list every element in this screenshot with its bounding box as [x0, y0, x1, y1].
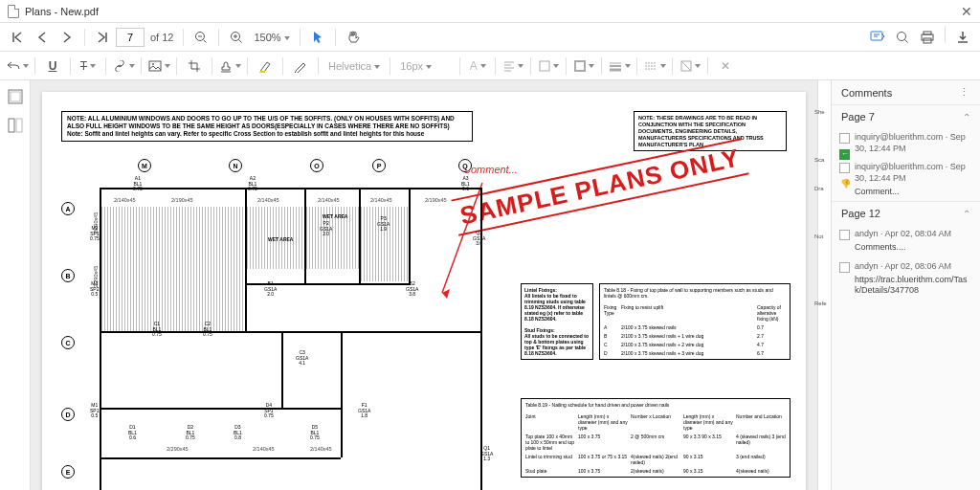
svg-point-3	[898, 32, 906, 40]
svg-rect-9	[540, 61, 549, 71]
plan-tag: A3BL10.6	[461, 176, 470, 192]
plan-tag: A1BL10.75	[133, 176, 143, 192]
svg-point-8	[152, 63, 154, 65]
svg-rect-7	[149, 61, 161, 71]
plan-tag: D5BL10.75	[310, 425, 320, 441]
comment-item[interactable]: 👎inquiry@bluerithm.com · Sep 30, 12:44 P…	[832, 158, 980, 201]
zoom-out-button[interactable]	[189, 26, 212, 49]
grid-label: B	[61, 269, 75, 282]
left-gutter	[0, 80, 31, 490]
zoom-level-select[interactable]: 150%	[254, 32, 289, 43]
comment-mode-button[interactable]	[866, 26, 889, 49]
plan-tag: D1BL10.6	[128, 425, 137, 441]
download-button[interactable]	[951, 26, 974, 49]
thumbnails-icon[interactable]	[7, 117, 24, 134]
fill-color-tool[interactable]	[537, 55, 560, 78]
comment-item[interactable]: inquiry@bluerithm.com · Sep 30, 12:44 PM	[832, 128, 980, 158]
grid-label: A	[61, 202, 75, 215]
highlight-tool[interactable]	[254, 55, 277, 78]
strikethrough-tool[interactable]: T	[77, 55, 100, 78]
titlebar: Plans - New.pdf ✕	[0, 0, 980, 23]
plan-tag: Q1GS1A1.3	[480, 446, 493, 462]
wet-area-label: WET AREA	[268, 237, 293, 243]
clipped-panel: She Sca Dra Not Refe	[817, 80, 831, 490]
plan-tag: B1GS1A2.0	[264, 281, 277, 298]
comment-item[interactable]: andyn · Apr 02, 08:06 AMhttps://trac.blu…	[832, 257, 980, 301]
plan-tag: A2BL10.75	[248, 176, 257, 192]
pan-tool[interactable]	[342, 26, 365, 49]
print-button[interactable]	[916, 26, 939, 49]
page-number-input[interactable]	[116, 28, 145, 47]
stroke-color-tool[interactable]	[572, 55, 595, 78]
comments-header: Comments ⋮	[832, 80, 980, 104]
grid-label: O	[310, 159, 323, 172]
undo-button[interactable]	[6, 55, 29, 78]
plan-tag: M2SP10.75	[90, 226, 100, 242]
table-8-19: Table 8.19 - Nailing schedule for hand d…	[521, 398, 791, 478]
grid-label: N	[229, 159, 242, 172]
line-style-tool[interactable]	[643, 55, 666, 78]
plan-tag: D4SP10.75	[264, 403, 274, 419]
table-8-18: Table 8.18 - Fixing of top plate of wall…	[599, 283, 791, 360]
crop-tool[interactable]	[183, 55, 206, 78]
grid-label: D	[61, 408, 75, 421]
lintel-fixings-note: Lintel Fixings: All lintels to be fixed …	[521, 283, 593, 360]
comments-menu-button[interactable]: ⋮	[959, 86, 970, 99]
annotation-toolbar: U T Helvetica 16px A ✕	[0, 52, 980, 80]
link-tool[interactable]	[112, 55, 135, 78]
svg-rect-10	[575, 61, 585, 71]
first-page-button[interactable]	[6, 26, 29, 49]
plan-tag: F1GS1A1.8	[358, 403, 370, 419]
select-tool[interactable]	[306, 26, 329, 49]
pen-tool[interactable]	[289, 55, 312, 78]
text-color-tool[interactable]: A	[466, 55, 489, 78]
prev-page-button[interactable]	[31, 26, 54, 49]
svg-rect-13	[11, 92, 20, 101]
floor-plan: M N O P Q A B C D E WET AREA WET AREA	[61, 159, 501, 490]
font-size-select[interactable]: 16px	[396, 60, 454, 72]
plan-tag: D3BL10.8	[234, 425, 242, 441]
page-total-label: of 12	[150, 32, 173, 43]
plan-tag: D2BL10.75	[186, 425, 195, 441]
grid-label: P	[372, 159, 386, 172]
align-tool[interactable]	[501, 55, 524, 78]
plan-tag: C1BL10.75	[152, 322, 162, 338]
next-page-button[interactable]	[56, 26, 78, 49]
plan-tag: Q2GS1A3.0	[473, 231, 485, 247]
note-left: NOTE: ALL ALUMINIUM WINDOWS AND DOORS TO…	[61, 111, 473, 142]
main-area: NOTE: ALL ALUMINIUM WINDOWS AND DOORS TO…	[0, 80, 980, 490]
comments-section-header[interactable]: Page 7⌃	[832, 105, 980, 128]
svg-rect-15	[16, 119, 22, 132]
opacity-tool[interactable]	[679, 55, 702, 78]
image-tool[interactable]	[147, 55, 170, 78]
document-icon	[8, 5, 19, 18]
comment-item[interactable]: andyn · Apr 02, 08:04 AMComments....	[832, 225, 980, 256]
plan-tag: P3GS1A1.9	[377, 216, 390, 233]
plan-tag: M3SP20.5	[90, 281, 99, 298]
line-weight-tool[interactable]	[608, 55, 631, 78]
plan-tag: C3GS1A4.1	[296, 350, 308, 367]
viewer-toolbar: of 12 150%	[0, 23, 980, 52]
plan-tag: P2GS1A2.0	[320, 221, 332, 237]
comments-section-header[interactable]: Page 12⌃	[832, 202, 980, 225]
stamp-tool[interactable]	[218, 55, 241, 78]
plan-tag: M1SP10.5	[90, 403, 99, 419]
pdf-canvas[interactable]: NOTE: ALL ALUMINIUM WINDOWS AND DOORS TO…	[31, 80, 817, 490]
zoom-in-button[interactable]	[225, 26, 248, 49]
delete-annotation-button[interactable]: ✕	[714, 55, 737, 78]
grid-label: M	[138, 159, 151, 172]
grid-label: E	[61, 465, 75, 479]
plan-tag: B2GS1A3.8	[406, 281, 418, 298]
pdf-page: NOTE: ALL ALUMINIUM WINDOWS AND DOORS TO…	[42, 92, 806, 490]
plan-tag: C2BL10.75	[203, 322, 212, 338]
document-title: Plans - New.pdf	[25, 6, 99, 17]
svg-rect-14	[9, 119, 14, 132]
close-button[interactable]: ✕	[961, 4, 972, 19]
last-page-button[interactable]	[91, 26, 114, 49]
outline-icon[interactable]	[7, 88, 24, 105]
font-select[interactable]: Helvetica	[324, 60, 384, 72]
underline-tool[interactable]: U	[41, 55, 64, 78]
grid-label: C	[61, 336, 75, 349]
search-button[interactable]	[891, 26, 914, 49]
comments-panel: Comments ⋮ Page 7⌃inquiry@bluerithm.com …	[831, 80, 980, 490]
